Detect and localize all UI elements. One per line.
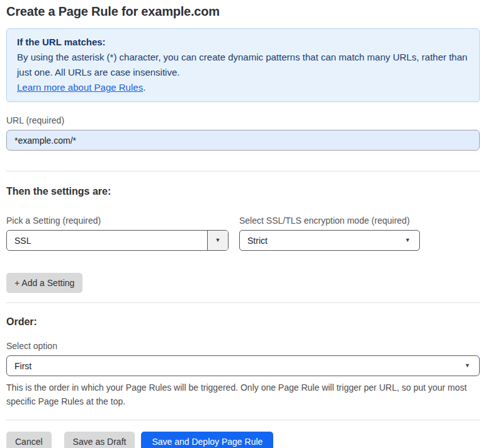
setting-select[interactable]: SSL ▼ <box>6 230 229 251</box>
url-match-info-box: If the URL matches: By using the asteris… <box>6 28 480 102</box>
section-divider <box>6 302 480 303</box>
order-section-heading: Order: <box>6 316 480 328</box>
chevron-down-icon: ▼ <box>405 238 419 243</box>
ssl-mode-field: Select SSL/TLS encryption mode (required… <box>239 215 420 251</box>
ssl-mode-select-label: Select SSL/TLS encryption mode (required… <box>239 215 420 226</box>
info-box-body: By using the asterisk (*) character, you… <box>17 50 469 80</box>
info-box-heading: If the URL matches: <box>17 35 469 50</box>
url-input[interactable] <box>6 130 480 151</box>
form-actions: Cancel Save as Draft Save and Deploy Pag… <box>6 432 480 448</box>
learn-more-link[interactable]: Learn more about Page Rules <box>17 82 143 93</box>
add-setting-button[interactable]: + Add a Setting <box>6 273 82 293</box>
chevron-down-icon: ▼ <box>207 231 228 250</box>
chevron-down-glyph: ▼ <box>405 238 410 243</box>
create-page-rule-form: Create a Page Rule for example.com If th… <box>0 4 486 448</box>
ssl-mode-select[interactable]: Strict ▼ <box>239 230 420 251</box>
settings-section-heading: Then the settings are: <box>6 186 480 197</box>
section-divider <box>6 171 480 171</box>
save-as-draft-button[interactable]: Save as Draft <box>64 432 135 448</box>
setting-select-value: SSL <box>7 236 207 246</box>
ssl-mode-select-value: Strict <box>240 236 405 246</box>
cancel-button[interactable]: Cancel <box>6 432 52 448</box>
save-and-deploy-button[interactable]: Save and Deploy Page Rule <box>141 432 273 448</box>
chevron-down-icon: ▼ <box>465 363 479 369</box>
link-suffix: . <box>143 82 145 93</box>
order-help-text: This is the order in which your Page Rul… <box>6 381 480 408</box>
order-select-label: Select option <box>6 341 480 352</box>
order-select-value: First <box>7 361 465 371</box>
chevron-down-glyph: ▼ <box>215 238 221 243</box>
page-title: Create a Page Rule for example.com <box>6 4 480 19</box>
url-field-label: URL (required) <box>6 115 480 126</box>
settings-row: Pick a Setting (required) SSL ▼ Select S… <box>6 215 480 251</box>
setting-field: Pick a Setting (required) SSL ▼ <box>6 215 229 251</box>
order-select[interactable]: First ▼ <box>6 355 480 376</box>
setting-select-label: Pick a Setting (required) <box>6 215 229 226</box>
section-divider <box>6 420 480 420</box>
info-box-link-line: Learn more about Page Rules. <box>17 80 469 95</box>
chevron-down-glyph: ▼ <box>465 363 470 369</box>
